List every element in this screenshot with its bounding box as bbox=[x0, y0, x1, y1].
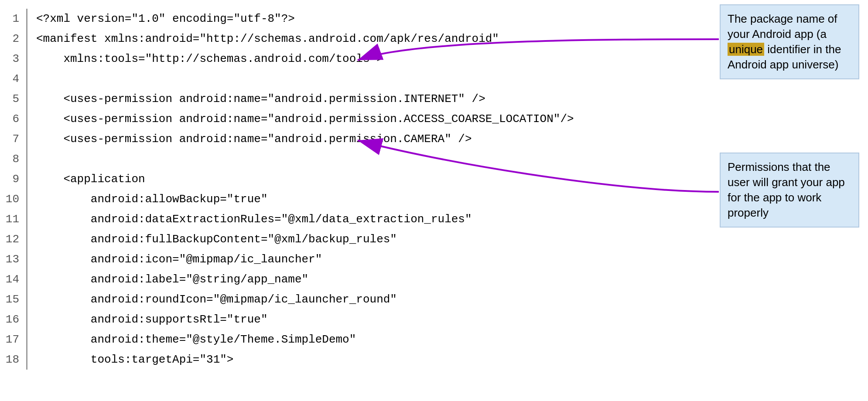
code-content-11: android:dataExtractionRules="@xml/data_e… bbox=[36, 209, 472, 229]
line-separator-14 bbox=[26, 269, 27, 289]
code-line-2: 2 <manifest xmlns:android="http://schema… bbox=[0, 29, 541, 49]
code-content-10: android:allowBackup="true" bbox=[36, 189, 268, 209]
line-number-1: 1 bbox=[0, 9, 26, 29]
line-separator bbox=[26, 9, 27, 29]
line-separator-4 bbox=[26, 69, 27, 89]
line-number-3: 3 bbox=[0, 49, 26, 69]
annotation-permissions-text: Permissions that the user will grant you… bbox=[728, 160, 845, 219]
annotation-box-package-name: The package name of your Android app (a … bbox=[720, 4, 859, 79]
line-separator-13 bbox=[26, 249, 27, 269]
code-line-7: 7 <uses-permission android:name="android… bbox=[0, 129, 541, 149]
line-separator-7 bbox=[26, 129, 27, 149]
code-line-6: 6 <uses-permission android:name="android… bbox=[0, 109, 541, 129]
line-number-4: 4 bbox=[0, 69, 26, 89]
code-content-6: <uses-permission android:name="android.p… bbox=[36, 109, 574, 129]
line-number-18: 18 bbox=[0, 350, 26, 370]
line-number-11: 11 bbox=[0, 209, 26, 229]
code-line-15: 15 android:roundIcon="@mipmap/ic_launche… bbox=[0, 289, 541, 309]
line-separator-18 bbox=[26, 350, 27, 370]
annotation-text-before: The package name of your Android app (a bbox=[728, 12, 837, 41]
code-content-9: <application bbox=[36, 169, 145, 189]
code-content-3: xmlns:tools="http://schemas.android.com/… bbox=[36, 49, 383, 69]
line-separator-10 bbox=[26, 189, 27, 209]
line-separator-3 bbox=[26, 49, 27, 69]
line-number-10: 10 bbox=[0, 189, 26, 209]
code-line-17: 17 android:theme="@style/Theme.SimpleDem… bbox=[0, 330, 541, 350]
annotation-box-permissions: Permissions that the user will grant you… bbox=[720, 153, 859, 228]
code-content-5: <uses-permission android:name="android.p… bbox=[36, 89, 485, 109]
code-line-1: 1 <?xml version="1.0" encoding="utf-8"?> bbox=[0, 9, 541, 29]
code-content-2: <manifest xmlns:android="http://schemas.… bbox=[36, 29, 499, 49]
annotation-highlight-unique: unique bbox=[728, 43, 764, 56]
code-content-7: <uses-permission android:name="android.p… bbox=[36, 129, 472, 149]
line-number-13: 13 bbox=[0, 249, 26, 269]
code-content-15: android:roundIcon="@mipmap/ic_launcher_r… bbox=[36, 289, 397, 309]
line-number-2: 2 bbox=[0, 29, 26, 49]
line-separator-2 bbox=[26, 29, 27, 49]
code-content-18: tools:targetApi="31"> bbox=[36, 350, 233, 370]
code-content-8 bbox=[36, 149, 43, 169]
line-separator-16 bbox=[26, 309, 27, 330]
code-line-4: 4 bbox=[0, 69, 541, 89]
line-separator-5 bbox=[26, 89, 27, 109]
code-content-16: android:supportsRtl="true" bbox=[36, 309, 268, 330]
code-line-11: 11 android:dataExtractionRules="@xml/dat… bbox=[0, 209, 541, 229]
code-area: 1 <?xml version="1.0" encoding="utf-8"?>… bbox=[0, 0, 541, 401]
code-line-18: 18 tools:targetApi="31"> bbox=[0, 350, 541, 370]
line-separator-6 bbox=[26, 109, 27, 129]
main-container: 1 <?xml version="1.0" encoding="utf-8"?>… bbox=[0, 0, 868, 401]
code-content-12: android:fullBackupContent="@xml/backup_r… bbox=[36, 229, 397, 249]
line-number-9: 9 bbox=[0, 169, 26, 189]
line-separator-9 bbox=[26, 169, 27, 189]
code-line-16: 16 android:supportsRtl="true" bbox=[0, 309, 541, 330]
line-separator-11 bbox=[26, 209, 27, 229]
line-number-5: 5 bbox=[0, 89, 26, 109]
line-number-14: 14 bbox=[0, 269, 26, 289]
code-line-10: 10 android:allowBackup="true" bbox=[0, 189, 541, 209]
code-line-14: 14 android:label="@string/app_name" bbox=[0, 269, 541, 289]
code-line-3: 3 xmlns:tools="http://schemas.android.co… bbox=[0, 49, 541, 69]
line-number-7: 7 bbox=[0, 129, 26, 149]
code-content-17: android:theme="@style/Theme.SimpleDemo" bbox=[36, 330, 356, 350]
line-separator-12 bbox=[26, 229, 27, 249]
code-line-5: 5 <uses-permission android:name="android… bbox=[0, 89, 541, 109]
line-number-16: 16 bbox=[0, 309, 26, 330]
line-separator-17 bbox=[26, 330, 27, 350]
code-line-9: 9 <application bbox=[0, 169, 541, 189]
code-line-8: 8 bbox=[0, 149, 541, 169]
line-separator-15 bbox=[26, 289, 27, 309]
code-content-14: android:label="@string/app_name" bbox=[36, 269, 308, 289]
line-number-17: 17 bbox=[0, 330, 26, 350]
code-content-4 bbox=[36, 69, 43, 89]
line-number-15: 15 bbox=[0, 289, 26, 309]
line-number-12: 12 bbox=[0, 229, 26, 249]
code-line-13: 13 android:icon="@mipmap/ic_launcher" bbox=[0, 249, 541, 269]
code-line-12: 12 android:fullBackupContent="@xml/backu… bbox=[0, 229, 541, 249]
code-content-1: <?xml version="1.0" encoding="utf-8"?> bbox=[36, 9, 295, 29]
line-number-8: 8 bbox=[0, 149, 26, 169]
code-content-13: android:icon="@mipmap/ic_launcher" bbox=[36, 249, 322, 269]
line-number-6: 6 bbox=[0, 109, 26, 129]
line-separator-8 bbox=[26, 149, 27, 169]
